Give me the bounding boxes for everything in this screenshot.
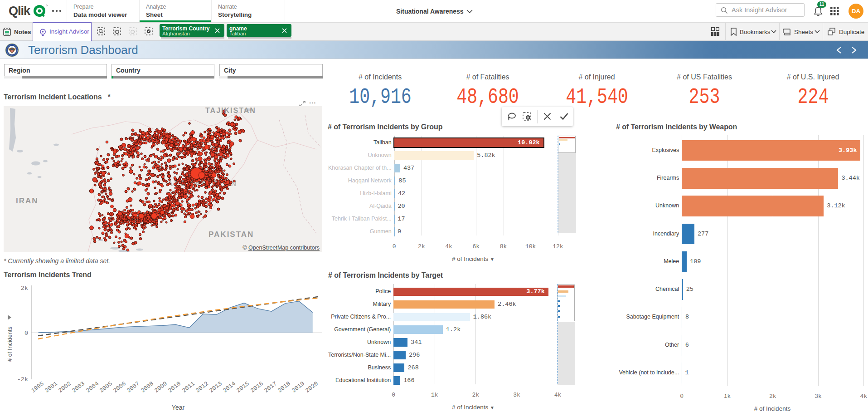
svg-text:Qlik: Qlik	[9, 4, 31, 18]
svg-text:IRAN: IRAN	[16, 196, 39, 205]
svg-text:-2k: -2k	[17, 376, 28, 383]
svg-text:Year: Year	[172, 404, 185, 411]
svg-text:© OpenStreetMap contributors: © OpenStreetMap contributors	[242, 245, 320, 251]
svg-text:1995: 1995	[30, 380, 45, 394]
svg-text:2001: 2001	[44, 380, 59, 394]
svg-text:2016: 2016	[249, 380, 265, 394]
svg-text:2014: 2014	[222, 380, 237, 394]
svg-text:2012: 2012	[194, 380, 210, 394]
svg-text:# of Incidents: # of Incidents	[6, 326, 13, 362]
svg-text:2003: 2003	[71, 380, 86, 394]
svg-text:2015: 2015	[235, 380, 251, 394]
svg-text:2k: 2k	[21, 285, 28, 292]
svg-text:2018: 2018	[276, 380, 292, 394]
svg-text:2006: 2006	[112, 380, 127, 394]
svg-text:0: 0	[24, 330, 28, 337]
svg-text:2013: 2013	[208, 380, 223, 394]
svg-text:TAJIKISTAN: TAJIKISTAN	[205, 107, 256, 114]
svg-text:2005: 2005	[98, 380, 114, 394]
svg-text:2008: 2008	[140, 380, 155, 394]
svg-text:2002: 2002	[57, 380, 73, 394]
svg-text:2011: 2011	[181, 380, 196, 394]
svg-text:2007: 2007	[126, 380, 141, 394]
svg-text:2017: 2017	[263, 380, 278, 394]
svg-text:PAKISTAN: PAKISTAN	[209, 230, 254, 239]
svg-text:2009: 2009	[153, 380, 169, 394]
svg-text:2004: 2004	[85, 380, 100, 394]
svg-text:2010: 2010	[167, 380, 182, 394]
